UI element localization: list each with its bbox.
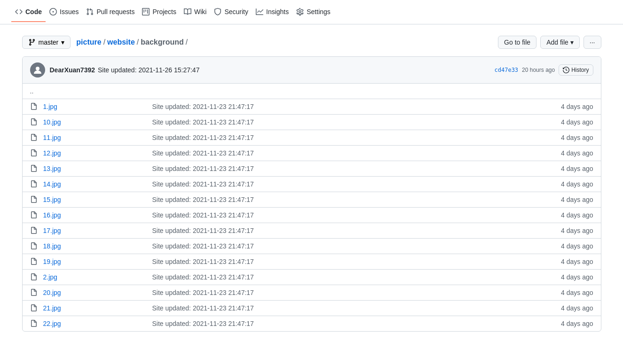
action-buttons: Go to file Add file ▾ ··· xyxy=(498,36,601,49)
nav-insights[interactable]: Insights xyxy=(252,2,292,22)
file-time: 4 days ago xyxy=(561,273,593,281)
file-commit-msg: Site updated: 2021-11-23 21:47:17 xyxy=(152,289,556,296)
file-time: 4 days ago xyxy=(561,289,593,296)
file-commit-msg: Site updated: 2021-11-23 21:47:17 xyxy=(152,258,556,265)
table-row: 15.jpg Site updated: 2021-11-23 21:47:17… xyxy=(23,192,601,208)
file-commit-msg: Site updated: 2021-11-23 21:47:17 xyxy=(152,118,556,126)
nav-code[interactable]: Code xyxy=(11,2,46,22)
breadcrumb-path: background xyxy=(141,38,184,46)
nav-security[interactable]: Security xyxy=(210,2,252,22)
commit-info: DearXuan7392 Site updated: 2021-11-26 15… xyxy=(50,66,490,74)
nav-projects[interactable]: Projects xyxy=(138,2,180,22)
nav-issues[interactable]: Issues xyxy=(46,2,82,22)
file-time: 4 days ago xyxy=(561,304,593,312)
breadcrumb-sep3: / xyxy=(186,38,188,46)
wiki-icon xyxy=(184,8,191,15)
top-navigation: Code Issues Pull requests Projects Wiki … xyxy=(0,0,623,24)
nav-wiki-label: Wiki xyxy=(194,8,206,15)
branch-selector[interactable]: master ▾ xyxy=(22,36,71,49)
file-commit-msg: Site updated: 2021-11-23 21:47:17 xyxy=(152,273,556,281)
graph-icon xyxy=(256,8,263,15)
breadcrumb-bar: master ▾ picture / website / background … xyxy=(22,36,601,49)
commit-message: Site updated: 2021-11-26 15:27:47 xyxy=(98,66,199,74)
file-time: 4 days ago xyxy=(561,211,593,219)
table-row: 18.jpg Site updated: 2021-11-23 21:47:17… xyxy=(23,239,601,254)
file-name[interactable]: 14.jpg xyxy=(43,180,147,188)
file-commit-msg: Site updated: 2021-11-23 21:47:17 xyxy=(152,196,556,203)
file-name[interactable]: 10.jpg xyxy=(43,118,147,126)
breadcrumb-repo[interactable]: website xyxy=(107,38,135,46)
file-name[interactable]: 20.jpg xyxy=(43,289,147,296)
table-row: 14.jpg Site updated: 2021-11-23 21:47:17… xyxy=(23,177,601,192)
nav-pr-label: Pull requests xyxy=(96,8,134,15)
file-name[interactable]: 12.jpg xyxy=(43,149,147,157)
table-row: 19.jpg Site updated: 2021-11-23 21:47:17… xyxy=(23,254,601,270)
file-rows-container: 1.jpg Site updated: 2021-11-23 21:47:17 … xyxy=(23,99,601,331)
file-icon xyxy=(30,304,38,312)
code-icon xyxy=(15,8,23,15)
file-name[interactable]: 22.jpg xyxy=(43,320,147,327)
nav-settings[interactable]: Settings xyxy=(292,2,334,22)
parent-dir-row[interactable]: .. xyxy=(23,84,601,99)
nav-wiki[interactable]: Wiki xyxy=(180,2,210,22)
table-row: 1.jpg Site updated: 2021-11-23 21:47:17 … xyxy=(23,99,601,115)
commit-time: 20 hours ago xyxy=(522,67,555,73)
file-name[interactable]: 15.jpg xyxy=(43,196,147,203)
file-time: 4 days ago xyxy=(561,118,593,126)
file-icon xyxy=(30,320,38,327)
more-options-button[interactable]: ··· xyxy=(584,36,601,49)
file-name[interactable]: 18.jpg xyxy=(43,242,147,250)
file-icon xyxy=(30,289,38,296)
table-row: 16.jpg Site updated: 2021-11-23 21:47:17… xyxy=(23,208,601,223)
file-time: 4 days ago xyxy=(561,227,593,234)
commit-hash[interactable]: cd47e33 xyxy=(495,67,519,73)
file-name[interactable]: 13.jpg xyxy=(43,165,147,172)
file-name[interactable]: 17.jpg xyxy=(43,227,147,234)
table-row: 20.jpg Site updated: 2021-11-23 21:47:17… xyxy=(23,285,601,301)
gear-icon xyxy=(296,8,304,15)
nav-code-label: Code xyxy=(25,8,42,15)
file-name[interactable]: 1.jpg xyxy=(43,103,147,110)
file-icon xyxy=(30,180,38,188)
table-row: 2.jpg Site updated: 2021-11-23 21:47:17 … xyxy=(23,270,601,285)
file-time: 4 days ago xyxy=(561,149,593,157)
file-name[interactable]: 16.jpg xyxy=(43,211,147,219)
commit-header: DearXuan7392 Site updated: 2021-11-26 15… xyxy=(23,57,601,84)
file-icon xyxy=(30,134,38,141)
commit-author: DearXuan7392 xyxy=(50,66,95,74)
breadcrumb-sep1: / xyxy=(103,38,105,46)
nav-pull-requests[interactable]: Pull requests xyxy=(82,2,138,22)
go-to-file-button[interactable]: Go to file xyxy=(498,36,536,49)
nav-settings-label: Settings xyxy=(307,8,331,15)
file-commit-msg: Site updated: 2021-11-23 21:47:17 xyxy=(152,227,556,234)
file-name[interactable]: 19.jpg xyxy=(43,258,147,265)
breadcrumb-owner[interactable]: picture xyxy=(76,38,101,46)
table-row: 10.jpg Site updated: 2021-11-23 21:47:17… xyxy=(23,115,601,130)
file-commit-msg: Site updated: 2021-11-23 21:47:17 xyxy=(152,165,556,172)
add-file-label: Add file xyxy=(546,39,568,46)
nav-issues-label: Issues xyxy=(60,8,79,15)
file-commit-msg: Site updated: 2021-11-23 21:47:17 xyxy=(152,211,556,219)
file-time: 4 days ago xyxy=(561,180,593,188)
file-name[interactable]: 2.jpg xyxy=(43,273,147,281)
svg-point-0 xyxy=(36,67,39,70)
table-row: 13.jpg Site updated: 2021-11-23 21:47:17… xyxy=(23,161,601,177)
table-row: 21.jpg Site updated: 2021-11-23 21:47:17… xyxy=(23,301,601,316)
parent-dir-label: .. xyxy=(30,87,34,95)
history-button[interactable]: History xyxy=(559,64,593,76)
file-icon xyxy=(30,258,38,265)
nav-insights-label: Insights xyxy=(266,8,289,15)
file-icon xyxy=(30,242,38,250)
file-icon xyxy=(30,165,38,172)
file-name[interactable]: 21.jpg xyxy=(43,304,147,312)
file-table: DearXuan7392 Site updated: 2021-11-26 15… xyxy=(22,56,601,332)
breadcrumb: picture / website / background / xyxy=(76,38,188,46)
breadcrumb-sep2: / xyxy=(137,38,139,46)
file-time: 4 days ago xyxy=(561,320,593,327)
commit-meta: cd47e33 20 hours ago History xyxy=(495,64,593,76)
file-name[interactable]: 11.jpg xyxy=(43,134,147,141)
file-icon xyxy=(30,211,38,219)
file-icon xyxy=(30,118,38,126)
file-commit-msg: Site updated: 2021-11-23 21:47:17 xyxy=(152,320,556,327)
add-file-button[interactable]: Add file ▾ xyxy=(540,36,580,49)
